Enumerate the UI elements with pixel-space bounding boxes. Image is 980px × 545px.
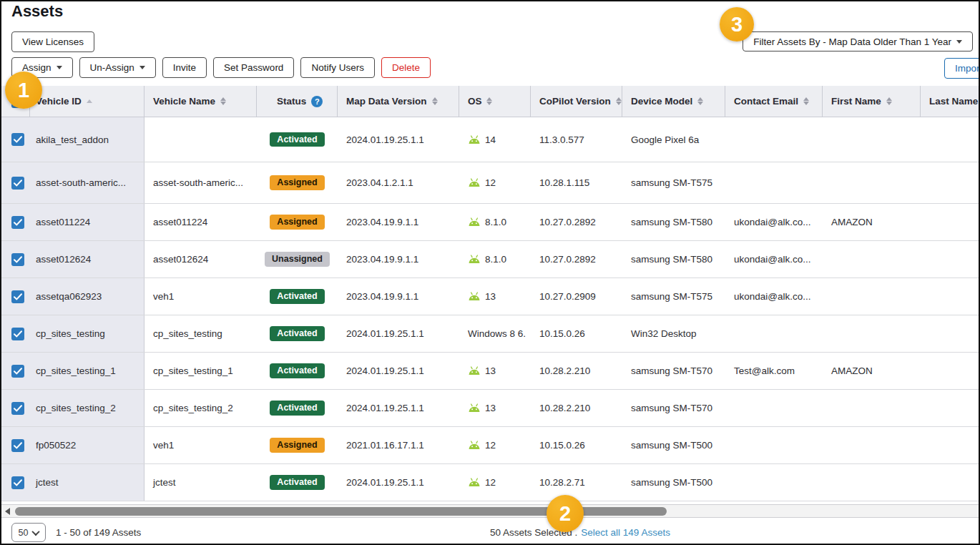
cell-last-name <box>921 353 980 389</box>
row-checkbox[interactable] <box>11 328 24 340</box>
row-checkbox-cell <box>1 390 30 426</box>
row-checkbox-cell <box>1 427 30 463</box>
cell-status: Unassigned <box>257 241 338 278</box>
cell-vehicle-name: asset012624 <box>144 241 257 278</box>
cell-vehicle-id: jctest <box>30 464 144 501</box>
row-checkbox-cell <box>1 204 30 240</box>
column-header-device-model[interactable]: Device Model <box>622 86 725 117</box>
column-header-vehicle-id[interactable]: Vehicle ID <box>30 86 144 117</box>
cell-map-data-version: 2024.01.19.25.1.1 <box>338 390 459 426</box>
cell-first-name <box>823 162 921 203</box>
column-header-map-data-version[interactable]: Map Data Version <box>338 86 459 117</box>
cell-vehicle-name: cp_sites_testing <box>144 315 257 352</box>
cell-device-model: samsung SM-T580 <box>622 241 725 278</box>
os-version: 12 <box>485 440 496 451</box>
row-checkbox[interactable] <box>11 402 24 415</box>
status-help-icon[interactable]: ? <box>311 96 323 107</box>
cell-device-model: Google Pixel 6a <box>622 117 725 162</box>
cell-device-model: samsung SM-T570 <box>622 353 725 389</box>
cell-last-name <box>921 278 980 315</box>
status-badge: Assigned <box>270 215 324 230</box>
column-header-status[interactable]: Status ? <box>257 86 338 117</box>
cell-vehicle-name: veh1 <box>144 278 257 315</box>
chevron-down-icon <box>139 66 145 69</box>
column-header-os[interactable]: OS <box>459 86 531 117</box>
delete-button[interactable]: Delete <box>381 57 431 78</box>
row-checkbox[interactable] <box>11 133 24 146</box>
row-checkbox[interactable] <box>11 216 24 229</box>
cell-status: Assigned <box>257 427 338 463</box>
table-row: cp_sites_testing cp_sites_testing Activa… <box>1 315 980 353</box>
cell-last-name <box>921 241 980 278</box>
row-checkbox[interactable] <box>11 177 24 190</box>
column-header-last-name[interactable]: Last Name <box>921 86 980 117</box>
set-password-label: Set Password <box>224 62 283 73</box>
import-button[interactable]: Import <box>944 58 980 79</box>
cell-map-data-version: 2023.04.19.9.1.1 <box>338 278 459 315</box>
sort-icon <box>697 97 703 105</box>
view-licenses-button[interactable]: View Licenses <box>11 31 94 52</box>
horizontal-scrollbar[interactable] <box>1 504 980 518</box>
cell-os: 13 <box>459 353 531 389</box>
row-checkbox[interactable] <box>11 365 24 378</box>
check-icon <box>14 368 22 375</box>
set-password-button[interactable]: Set Password <box>213 57 294 78</box>
column-header-contact-email[interactable]: Contact Email <box>725 86 823 117</box>
cell-os: 13 <box>459 278 531 315</box>
cell-device-model: samsung SM-T500 <box>622 464 725 501</box>
table-row: cp_sites_testing_1 cp_sites_testing_1 Ac… <box>1 353 980 390</box>
selection-summary: 50 Assets Selected . Select all 149 Asse… <box>490 527 670 538</box>
row-checkbox[interactable] <box>11 476 24 489</box>
invite-button[interactable]: Invite <box>162 57 207 78</box>
cell-os: 12 <box>459 427 531 463</box>
check-icon <box>14 330 22 338</box>
row-checkbox[interactable] <box>11 290 24 303</box>
check-icon <box>14 405 22 412</box>
cell-os: 12 <box>459 464 531 501</box>
cell-first-name <box>823 390 921 426</box>
row-checkbox[interactable] <box>11 439 24 452</box>
status-badge: Activated <box>270 326 324 341</box>
cell-device-model: samsung SM-T575 <box>622 162 725 203</box>
notify-users-button[interactable]: Notify Users <box>300 57 375 78</box>
cell-first-name <box>823 427 921 463</box>
os-version: 8.1.0 <box>485 254 506 265</box>
row-checkbox-cell <box>1 464 30 501</box>
column-header-copilot-version[interactable]: CoPilot Version <box>531 86 622 117</box>
column-header-first-name[interactable]: First Name <box>823 86 921 117</box>
status-badge: Activated <box>270 401 324 416</box>
android-icon <box>468 178 481 187</box>
cell-device-model: samsung SM-T570 <box>622 390 725 426</box>
table-row: asset011224 asset011224 Assigned 2023.04… <box>1 204 980 241</box>
cell-device-model: samsung SM-T580 <box>622 204 725 240</box>
select-all-link[interactable]: Select all 149 Assets <box>581 527 670 538</box>
page-size-select[interactable]: 50 <box>11 523 46 542</box>
pagination-range: 1 - 50 of 149 Assets <box>56 527 141 538</box>
assets-page: Assets View Licenses Assign Un-Assign In… <box>0 0 980 545</box>
delete-label: Delete <box>392 62 420 73</box>
row-checkbox[interactable] <box>11 253 24 266</box>
cell-vehicle-id: cp_sites_testing_2 <box>30 390 144 426</box>
os-version: 12 <box>485 477 496 488</box>
table-row: jctest jctest Activated 2024.01.19.25.1.… <box>1 464 980 501</box>
check-icon <box>14 136 22 143</box>
sort-icon <box>803 97 809 105</box>
row-checkbox-cell <box>1 241 30 278</box>
cell-first-name: AMAZON <box>823 353 921 389</box>
cell-last-name <box>921 315 980 352</box>
cell-vehicle-name: asset011224 <box>144 204 257 240</box>
cell-first-name: AMAZON <box>823 204 921 240</box>
cell-copilot-version: 10.27.0.2892 <box>531 241 622 278</box>
scroll-left-arrow-icon[interactable] <box>5 508 10 515</box>
table-row: assetqa062923 veh1 Activated 2023.04.19.… <box>1 278 980 315</box>
status-badge: Unassigned <box>265 252 330 267</box>
cell-contact-email <box>725 390 823 426</box>
column-header-vehicle-name[interactable]: Vehicle Name <box>144 86 257 117</box>
page-title: Assets <box>11 2 63 21</box>
filter-assets-dropdown[interactable]: Filter Assets By - Map Data Older Than 1… <box>743 31 973 51</box>
cell-map-data-version: 2024.01.19.25.1.1 <box>338 353 459 389</box>
chevron-down-icon <box>57 66 62 69</box>
cell-copilot-version: 10.15.0.26 <box>531 427 622 463</box>
cell-copilot-version: 10.15.0.26 <box>531 315 622 352</box>
un-assign-button[interactable]: Un-Assign <box>79 57 156 78</box>
